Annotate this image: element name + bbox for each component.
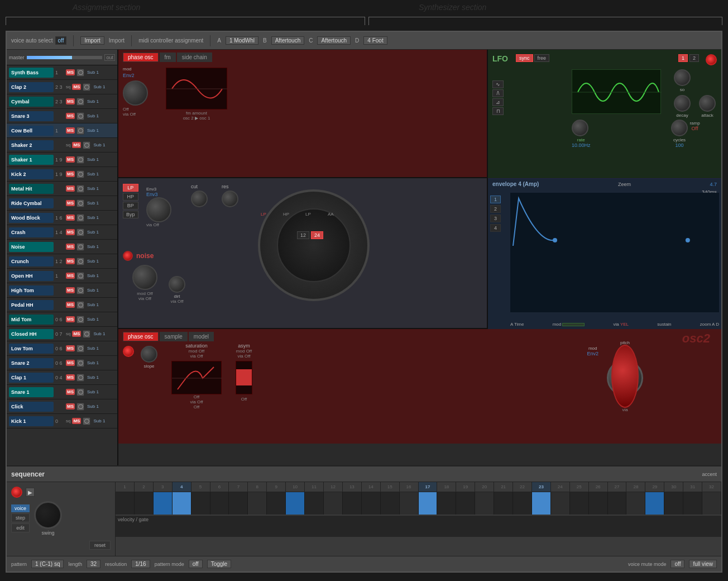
step-button[interactable] [494, 492, 513, 515]
voice-mute-dropdown[interactable]: off [670, 560, 684, 568]
voice-item[interactable]: Clap 2 2 3 sq MS ◯ Sub 1 [7, 80, 117, 94]
step-button[interactable] [702, 492, 721, 515]
fm-tab[interactable]: fm [160, 53, 176, 62]
voice-item[interactable]: Cow Bell 1 MS ◯ Sub 1 [7, 123, 117, 138]
voice-item[interactable]: Ride Cymbal MS ◯ Sub 1 [7, 196, 117, 211]
step-number[interactable]: 1 [116, 482, 135, 492]
modwhl-dropdown[interactable]: 1 ModWhl [226, 36, 258, 45]
step-number[interactable]: 31 [683, 482, 702, 492]
edit-btn[interactable]: edit [11, 523, 30, 532]
step-number[interactable]: 32 [702, 482, 721, 492]
mode-24-button[interactable]: 24 [311, 231, 323, 239]
step-number[interactable]: 18 [437, 482, 456, 492]
step-number[interactable]: 3 [154, 482, 173, 492]
filter-env3-knob[interactable] [146, 197, 171, 222]
bp-button[interactable]: BP [123, 202, 138, 209]
step-number[interactable]: 4 [173, 482, 191, 492]
step-button[interactable] [248, 492, 267, 515]
step-number[interactable]: 19 [456, 482, 475, 492]
voice-item[interactable]: Cymbal 2 3 MS ◯ Sub 1 [7, 94, 117, 109]
step-button[interactable] [381, 492, 400, 515]
step-button[interactable] [437, 492, 456, 515]
step-number[interactable]: 24 [551, 482, 570, 492]
voice-item[interactable]: Crunch 1 2 MS ◯ Sub 1 [7, 254, 117, 269]
lfo-sync-btn[interactable]: sync [516, 54, 533, 62]
step-button[interactable] [343, 492, 362, 515]
voice-item[interactable]: High Tom MS ◯ Sub 1 [7, 283, 117, 298]
step-button[interactable] [475, 492, 494, 515]
osc2-phase-osc-tab[interactable]: phase osc [123, 332, 159, 341]
voice-item[interactable]: Wood Block 1 6 MS ◯ Sub 1 [7, 211, 117, 225]
step-number[interactable]: 30 [664, 482, 683, 492]
step-button[interactable] [570, 492, 589, 515]
step-number[interactable]: 27 [608, 482, 627, 492]
byp-button[interactable]: Byp [123, 211, 138, 218]
seq-power-btn[interactable] [11, 487, 22, 498]
step-button[interactable] [419, 492, 438, 515]
voice-item[interactable]: Open HH 1 MS ◯ Sub 1 [7, 269, 117, 283]
lfo-sine-btn[interactable]: ∿ [492, 80, 504, 88]
step-button[interactable] [116, 492, 135, 515]
cut-knob[interactable] [191, 191, 208, 207]
voice-item[interactable]: Noise MS ◯ Sub 1 [7, 240, 117, 254]
osc2-pitch-knob[interactable] [607, 360, 643, 396]
lfo-power-btn[interactable] [706, 54, 717, 65]
step-button[interactable] [154, 492, 173, 515]
aftertouch-c-dropdown[interactable]: Aftertouch [317, 36, 351, 45]
noise-power-btn[interactable] [123, 251, 133, 261]
voice-item[interactable]: Kick 2 1 9 MS ◯ Sub 1 [7, 167, 117, 182]
voice-item[interactable]: Low Tom 0 6 MS ◯ Sub 1 [7, 341, 117, 356]
step-number[interactable]: 7 [229, 482, 248, 492]
voice-item[interactable]: Snare 3 MS ◯ Sub 1 [7, 109, 117, 123]
lfo-tri-btn[interactable]: /\ [492, 89, 504, 97]
step-number[interactable]: 21 [494, 482, 513, 492]
full-view-btn[interactable]: full view [689, 560, 717, 568]
osc2-power-btn[interactable] [123, 346, 134, 357]
step-number[interactable]: 29 [645, 482, 664, 492]
phase-osc-tab[interactable]: phase osc [123, 53, 159, 62]
step-button[interactable] [229, 492, 248, 515]
env-slot-4[interactable]: 4 [490, 224, 501, 232]
hp-button[interactable]: HP [123, 193, 138, 201]
voice-item[interactable]: Kick 1 0 sq MS ◯ Sub 1 [7, 414, 117, 428]
step-number[interactable]: 11 [305, 482, 324, 492]
voice-item[interactable]: Synth Bass 1 MS ◯ Sub 1 [7, 65, 117, 80]
voice-item[interactable]: Shaker 1 1 9 MS ◯ Sub 1 [7, 153, 117, 167]
voice-edit-btn[interactable]: voice [11, 504, 30, 512]
step-number[interactable]: 6 [210, 482, 229, 492]
step-number[interactable]: 26 [589, 482, 608, 492]
lfo-free-btn[interactable]: free [534, 54, 550, 62]
step-button[interactable] [305, 492, 324, 515]
step-button[interactable] [626, 492, 645, 515]
lfo-tab2[interactable]: 2 [689, 54, 699, 62]
aftertouch-b-dropdown[interactable]: Aftertouch [271, 36, 305, 45]
step-number[interactable]: 23 [532, 482, 551, 492]
pattern-mode-dropdown[interactable]: off [189, 560, 203, 568]
lfo-decay-knob[interactable] [674, 95, 691, 112]
step-button[interactable] [532, 492, 551, 515]
step-number[interactable]: 16 [400, 482, 419, 492]
lfo-pulse-btn[interactable]: ⊓ [492, 107, 504, 115]
step-number[interactable]: 17 [419, 482, 438, 492]
lp-button[interactable]: LP [123, 184, 138, 192]
env2-knob[interactable] [123, 80, 148, 106]
step-number[interactable]: 15 [381, 482, 400, 492]
lfo-attack-knob[interactable] [699, 95, 716, 112]
step-number[interactable]: 5 [191, 482, 210, 492]
voice-item[interactable]: Shaker 2 sq MS ◯ Sub 1 [7, 138, 117, 153]
lfo-saw-btn[interactable]: ⊿ [492, 98, 504, 106]
toggle-dropdown[interactable]: Toggle [207, 560, 231, 568]
step-button[interactable] [135, 492, 154, 515]
env-slot-3[interactable]: 3 [490, 215, 501, 222]
lfo-rate-knob[interactable] [572, 120, 588, 136]
voice-item[interactable]: Snare 1 MS ◯ Sub 1 [7, 385, 117, 399]
step-number[interactable]: 20 [475, 482, 494, 492]
seq-play-btn[interactable]: ▶ [26, 488, 35, 497]
step-number[interactable]: 12 [324, 482, 343, 492]
step-button[interactable] [683, 492, 702, 515]
reset-btn[interactable]: reset [89, 541, 111, 550]
foot-dropdown[interactable]: 4 Foot [363, 36, 387, 45]
step-button[interactable] [551, 492, 570, 515]
dirt-knob[interactable] [169, 276, 185, 293]
step-number[interactable]: 10 [286, 482, 305, 492]
